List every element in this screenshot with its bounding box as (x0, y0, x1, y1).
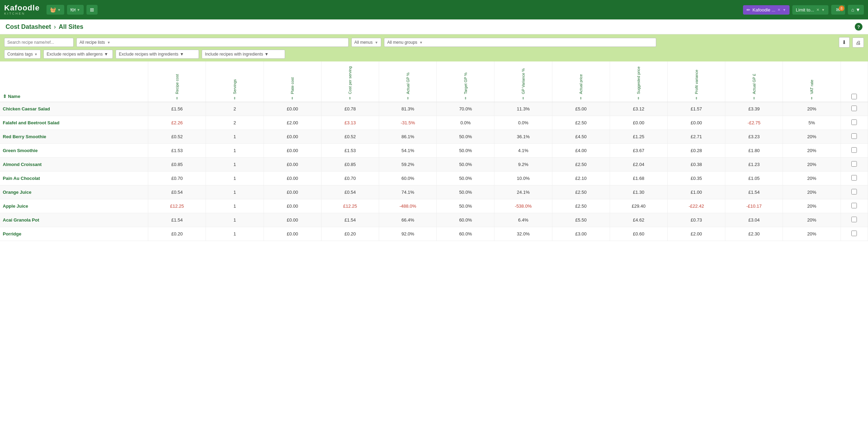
row-checkbox[interactable] (851, 161, 857, 167)
row-checkbox[interactable] (851, 203, 857, 208)
actual-gp-gbp-cell: £3.04 (725, 213, 783, 227)
row-select-cell[interactable] (841, 213, 868, 227)
actual-gp-pct-cell: 81.3% (379, 102, 437, 116)
kafoodle-pill[interactable]: ✏ Kafoodle ... ✕ ▼ (743, 5, 790, 15)
limit-pill[interactable]: Limit to... ✕ ▼ (792, 5, 828, 15)
menu-icon: ⊞ (90, 7, 94, 13)
actual-gp-gbp-cell: £3.23 (725, 130, 783, 144)
filter-row-1: All recipe lists ▼ All menus ▼ All menu … (4, 37, 864, 48)
actual-price-sort-icon: ⇕ (579, 97, 582, 100)
row-checkbox[interactable] (851, 119, 857, 125)
actual-gp-gbp-cell: £1.23 (725, 158, 783, 172)
actual-price-column-header[interactable]: Actual price ⇕ (552, 61, 610, 102)
row-checkbox[interactable] (851, 106, 857, 111)
table-row: Green Smoothie£1.531£0.00£1.5354.1%50.0%… (0, 144, 868, 158)
include-ingredients-filter[interactable]: Include recipes with ingredients ▼ (202, 50, 285, 59)
actual-gp-pct-label: Actual GP % (406, 63, 410, 94)
row-select-cell[interactable] (841, 102, 868, 116)
exclude-allergens-filter[interactable]: Exclude recipes with allergens ▼ (43, 50, 113, 59)
home-icon: ⌂ (851, 7, 854, 13)
profit-variance-column-header[interactable]: Profit variance ⇕ (667, 61, 725, 102)
name-column-header[interactable]: ⇕ Name (0, 61, 148, 102)
target-gp-pct-cell: 50.0% (437, 144, 494, 158)
profit-variance-cell: -£22.42 (667, 199, 725, 213)
select-all-header[interactable] (841, 61, 868, 102)
kafoodle-pill-close-icon[interactable]: ✕ (777, 8, 781, 12)
row-checkbox[interactable] (851, 217, 857, 222)
row-checkbox[interactable] (851, 189, 857, 194)
menus-select[interactable]: All menus ▼ (351, 38, 382, 47)
limit-pill-close-icon[interactable]: ✕ (816, 8, 819, 12)
actual-price-cell: £2.50 (552, 116, 610, 130)
gp-variance-pct-cell: 10.0% (494, 172, 552, 185)
row-select-cell[interactable] (841, 227, 868, 241)
servings-cell: 1 (206, 199, 264, 213)
servings-sort-icon: ⇕ (233, 97, 236, 100)
cost-per-serving-cell: £3.13 (321, 116, 379, 130)
vat-rate-column-header[interactable]: VAT rate ⇕ (783, 61, 841, 102)
row-checkbox[interactable] (851, 175, 857, 181)
home-button[interactable]: ⌂ ▼ (848, 5, 864, 15)
recipe-lists-select[interactable]: All recipe lists ▼ (76, 38, 349, 47)
row-checkbox[interactable] (851, 147, 857, 153)
suggested-price-column-header[interactable]: Suggested price ⇕ (610, 61, 667, 102)
recipe-cost-column-header[interactable]: Recipe cost ⇕ (148, 61, 206, 102)
basket-button[interactable]: 🧺 ▼ (47, 5, 64, 15)
limit-pill-caret-icon[interactable]: ▼ (821, 8, 825, 12)
help-button[interactable]: ? (855, 23, 862, 31)
profit-variance-cell: £0.73 (667, 213, 725, 227)
recipe-cost-cell: £1.56 (148, 102, 206, 116)
mail-button[interactable]: ✉ 8 (831, 5, 845, 15)
menu-groups-label: All menu groups (387, 40, 417, 45)
cost-per-serving-cell: £1.53 (321, 144, 379, 158)
row-select-cell[interactable] (841, 199, 868, 213)
actual-gp-pct-cell: 66.4% (379, 213, 437, 227)
table-body: Chicken Caesar Salad£1.562£0.00£0.7881.3… (0, 102, 868, 241)
chef-button[interactable]: 🍽 ▼ (67, 5, 84, 15)
gp-variance-pct-cell: 9.2% (494, 158, 552, 172)
actual-gp-gbp-column-header[interactable]: Actual GP £ ⇕ (725, 61, 783, 102)
breadcrumb: Cost Datasheet › All Sites (6, 23, 83, 31)
recipe-cost-sort-icon: ⇕ (176, 97, 178, 100)
row-checkbox[interactable] (851, 231, 857, 236)
servings-cell: 1 (206, 172, 264, 185)
target-gp-pct-cell: 50.0% (437, 158, 494, 172)
search-input[interactable] (4, 38, 74, 47)
actual-price-cell: £4.50 (552, 130, 610, 144)
gp-variance-pct-cell: 6.4% (494, 213, 552, 227)
name-cell: Almond Croissant (0, 158, 148, 172)
menu-button[interactable]: ⊞ (86, 5, 98, 15)
target-gp-pct-column-header[interactable]: Target GP % ⇕ (437, 61, 494, 102)
row-select-cell[interactable] (841, 116, 868, 130)
table-row: Falafel and Beetroot Salad£2.262£2.00£3.… (0, 116, 868, 130)
download-button[interactable]: ⬇ (839, 37, 850, 48)
menu-groups-select[interactable]: All menu groups ▼ (384, 38, 656, 47)
cost-per-serving-column-header[interactable]: Cost per serving ⇕ (321, 61, 379, 102)
print-button[interactable]: 🖨 (852, 38, 864, 48)
row-select-cell[interactable] (841, 172, 868, 185)
actual-price-cell: £2.50 (552, 199, 610, 213)
row-select-cell[interactable] (841, 130, 868, 144)
select-all-checkbox[interactable] (851, 94, 857, 99)
actual-gp-pct-column-header[interactable]: Actual GP % ⇕ (379, 61, 437, 102)
tags-filter[interactable]: Contains tags ▼ (4, 50, 41, 59)
plate-cost-column-header[interactable]: Plate cost ⇕ (264, 61, 321, 102)
name-col-label: Name (8, 94, 20, 99)
vat-rate-cell: 20% (783, 172, 841, 185)
name-cell: Apple Juice (0, 199, 148, 213)
edit-icon: ✏ (746, 7, 750, 13)
kafoodle-pill-caret-icon[interactable]: ▼ (783, 8, 786, 12)
row-select-cell[interactable] (841, 185, 868, 199)
cost-per-serving-cell: £1.54 (321, 213, 379, 227)
row-checkbox[interactable] (851, 133, 857, 139)
gp-variance-pct-column-header[interactable]: GP Variance % ⇕ (494, 61, 552, 102)
profit-variance-cell: £0.28 (667, 144, 725, 158)
exclude-ingredients-filter[interactable]: Exclude recipes with ingredients ▼ (116, 50, 199, 59)
row-select-cell[interactable] (841, 144, 868, 158)
gp-variance-pct-cell: 36.1% (494, 130, 552, 144)
servings-column-header[interactable]: Servings ⇕ (206, 61, 264, 102)
recipe-cost-cell: £1.54 (148, 213, 206, 227)
row-select-cell[interactable] (841, 158, 868, 172)
servings-label: Servings (233, 63, 237, 94)
vat-rate-cell: 20% (783, 199, 841, 213)
